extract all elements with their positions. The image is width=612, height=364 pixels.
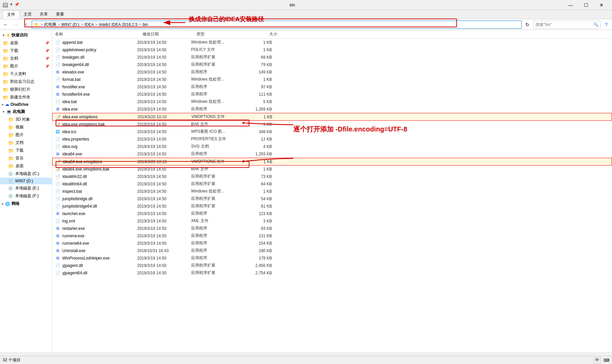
table-row[interactable]: 📄 breakgen64.dll 2019/3/19 14:50 应用程序扩展 … — [52, 61, 612, 68]
sidebar-dsk[interactable]: 📁 桌面 — [0, 162, 52, 170]
file-type: PROPERTIES 文件 — [191, 136, 245, 142]
file-date: 2019/3/19 14:50 — [137, 122, 191, 127]
file-size: 149 KB — [245, 70, 272, 74]
close-button[interactable]: ✕ — [594, 0, 609, 10]
sidebar-thispc[interactable]: ▼ 💻 此电脑 — [0, 108, 52, 116]
table-row[interactable]: 📝 idea.exe.vmoptions.bak 2019/3/19 14:50… — [52, 121, 612, 128]
table-row[interactable]: 📄 breakgen.dll 2019/3/19 14:50 应用程序扩展 68… — [52, 54, 612, 61]
table-row[interactable]: 📄 jumplistbridge.dll 2019/3/19 14:50 应用程… — [52, 195, 612, 203]
table-row[interactable]: ⚙ runnerw.exe 2019/3/19 14:50 应用程序 131 K… — [52, 232, 612, 240]
sidebar-item-desktop[interactable]: 📁 桌面 📌 — [0, 39, 52, 47]
breadcrumb-thispc[interactable]: 此电脑 — [44, 22, 56, 27]
sidebar-quickaccess[interactable]: ▼ ★ 快速访问 — [0, 31, 52, 39]
sidebar-drive-e[interactable]: 💿 本地磁盘 (E:) — [0, 184, 52, 192]
file-icon-vmoptions: 📝 — [55, 122, 60, 127]
folder-3d-icon: 📁 — [8, 117, 13, 122]
table-row[interactable]: 📄 yjpagent.dll 2019/3/19 14:50 应用程序扩展 2,… — [52, 262, 612, 269]
table-row[interactable]: ⚙ idea64.exe 2019/3/19 14:50 应用程序 1,293 … — [52, 150, 612, 158]
table-row[interactable]: 📄 idea.svg 2019/3/19 14:50 SVG 文档 4 KB — [52, 143, 612, 150]
sidebar-item-newfolder[interactable]: 📁 新建文件夹 — [0, 93, 52, 101]
sidebar-drive-f[interactable]: 💿 本地磁盘 (F:) — [0, 192, 52, 200]
table-row[interactable]: ⚙ restarter.exe 2019/3/19 14:50 应用程序 93 … — [52, 225, 612, 232]
table-row[interactable]: 📄 idea.bat 2019/3/19 14:50 Windows 批处理..… — [52, 98, 612, 105]
sidebar-doc[interactable]: 📁 文档 — [0, 139, 52, 147]
table-row[interactable]: ⚙ launcher.exe 2019/3/19 14:50 应用程序 123 … — [52, 210, 612, 217]
sidebar-item-diary[interactable]: 📁 郭欣实习日志 — [0, 78, 52, 86]
file-name: 📄 jumplistbridge64.dll — [55, 204, 137, 209]
sidebar-item-lockscreen[interactable]: 📁 锁屏幻灯片 — [0, 86, 52, 93]
sidebar-3dobjects[interactable]: 📁 3D 对象 — [0, 116, 52, 123]
table-row[interactable]: 📄 append.bat 2019/3/19 14:50 Windows 批处理… — [52, 39, 612, 46]
table-row[interactable]: ⚙ elevator.exe 2019/3/19 14:50 应用程序 149 … — [52, 68, 612, 76]
breadcrumb-idea[interactable]: IDEA — [84, 22, 94, 27]
ribbon-tabs: 文件 主页 共享 查看 — [0, 10, 612, 19]
sidebar-dl[interactable]: 📁 下载 — [0, 147, 52, 154]
tab-view[interactable]: 查看 — [52, 10, 68, 19]
table-row[interactable]: 📄 jumplistbridge64.dll 2019/3/19 14:50 应… — [52, 203, 612, 210]
col-header-date[interactable]: 修改日期 — [143, 31, 196, 37]
table-row[interactable]: 📝 idea.exe.vmoptions 2019/3/20 10:10 VMO… — [52, 113, 612, 121]
chevron-onedrive: ▸ — [2, 103, 4, 106]
sidebar-music[interactable]: 📁 音乐 — [0, 154, 52, 162]
file-type: 应用程序扩展 — [191, 263, 245, 268]
sidebar-video[interactable]: 📁 视频 — [0, 123, 52, 131]
file-type: SVG 文档 — [191, 144, 245, 149]
table-row[interactable]: ⚙ WinProcessListHelper.exe 2019/3/19 14:… — [52, 254, 612, 262]
sidebar-drive-c[interactable]: 💿 本地磁盘 (C:) — [0, 170, 52, 178]
file-date: 2019/3/19 14:50 — [137, 234, 191, 238]
sidebar-network[interactable]: ▸ 🌐 网络 — [0, 200, 52, 208]
network-icon: 🌐 — [5, 202, 10, 206]
file-list-header: 名称 修改日期 类型 大小 — [52, 30, 612, 39]
table-row[interactable]: 📄 log.xml 2019/3/19 14:50 XML 文件 3 KB — [52, 217, 612, 225]
back-button[interactable]: ← — [1, 20, 10, 29]
tab-share[interactable]: 共享 — [36, 10, 52, 19]
sidebar-label-downloads: 下载 — [10, 48, 18, 54]
help-button[interactable]: ? — [602, 20, 611, 29]
table-row[interactable]: 📄 appletviewer.policy 2019/3/19 14:50 PO… — [52, 46, 612, 54]
sidebar-item-docs[interactable]: 📁 文档 📌 — [0, 55, 52, 62]
maximize-button[interactable]: ☐ — [578, 0, 594, 10]
sidebar-item-pictures[interactable]: 📁 图片 📌 — [0, 62, 52, 70]
search-wrapper: 🔍 — [533, 21, 601, 29]
refresh-button[interactable]: ↻ — [523, 20, 532, 29]
table-row[interactable]: 📄 IdeaWin32.dll 2019/3/19 14:50 应用程序扩展 7… — [52, 173, 612, 180]
sidebar-item-profile[interactable]: 📁 个人资料 — [0, 70, 52, 78]
table-row[interactable]: ⚙ fsnotifier.exe 2019/3/19 14:50 应用程序 97… — [52, 83, 612, 91]
table-row[interactable]: ⚙ fsnotifier64.exe 2019/3/19 14:50 应用程序 … — [52, 91, 612, 98]
file-size: 73 KB — [245, 174, 272, 179]
table-row[interactable]: 📄 yjpagent64.dll 2019/3/19 14:50 应用程序扩展 … — [52, 269, 612, 277]
file-date: 2019/3/19 14:50 — [137, 167, 191, 172]
table-row[interactable]: 📝 idea64.exe.vmoptions.bak 2019/3/19 14:… — [52, 165, 612, 173]
drive-d-icon: 💿 — [8, 179, 13, 183]
table-row[interactable]: ⚙ Uninstall.exe 2018/10/31 16:43 应用程序 19… — [52, 247, 612, 254]
address-bar[interactable]: 📁 > 此电脑 > WIN7 (D:) > IDEA > IntelliJ ID… — [32, 21, 522, 29]
table-row[interactable]: 📄 IdeaWin64.dll 2019/3/19 14:50 应用程序扩展 8… — [52, 180, 612, 188]
table-row[interactable]: ⚙ idea.exe 2019/3/19 14:50 应用程序 1,269 KB — [52, 105, 612, 113]
sidebar-drive-d[interactable]: 💿 WIN7 (D:) — [0, 178, 52, 184]
tab-file[interactable]: 文件 — [3, 10, 20, 19]
breadcrumb-idea-version[interactable]: IntelliJ IDEA 2018.2.5 — [99, 22, 137, 27]
file-type: 应用程序扩展 — [191, 270, 245, 276]
minimize-button[interactable]: — — [563, 0, 578, 10]
sidebar-onedrive[interactable]: ▸ ☁ OneDrive — [0, 101, 52, 108]
table-row[interactable]: 📝 idea64.exe.vmoptions 2019/3/20 10:13 V… — [52, 158, 612, 165]
col-header-size[interactable]: 大小 — [250, 31, 277, 37]
sidebar-item-downloads[interactable]: 📁 下载 📌 — [0, 47, 52, 55]
table-row[interactable]: 📄 idea.properties 2019/3/19 14:50 PROPER… — [52, 135, 612, 143]
folder-video-icon: 📁 — [8, 125, 13, 130]
col-header-name[interactable]: 名称 — [55, 31, 143, 37]
file-name: 🖼 idea.ico — [55, 129, 137, 134]
forward-button[interactable]: → — [11, 20, 20, 29]
table-row[interactable]: ⚙ runnerw64.exe 2019/3/19 14:50 应用程序 154… — [52, 240, 612, 247]
breadcrumb-bin[interactable]: bin — [143, 22, 148, 27]
table-row[interactable]: 🖼 idea.ico 2019/3/19 14:50 WPS看图 ICO 图..… — [52, 128, 612, 135]
search-input[interactable] — [533, 21, 601, 29]
sidebar-pic[interactable]: 📁 图片 — [0, 131, 52, 139]
tab-home[interactable]: 主页 — [20, 10, 36, 19]
up-button[interactable]: ↑ — [22, 20, 30, 29]
breadcrumb-d[interactable]: WIN7 (D:) — [61, 22, 79, 27]
col-header-type[interactable]: 类型 — [196, 31, 250, 37]
table-row[interactable]: 📄 inspect.bat 2019/3/19 14:50 Windows 批处… — [52, 188, 612, 195]
file-size: 2,450 KB — [245, 263, 272, 268]
table-row[interactable]: 📄 format.bat 2019/3/19 14:50 Windows 批处理… — [52, 76, 612, 83]
